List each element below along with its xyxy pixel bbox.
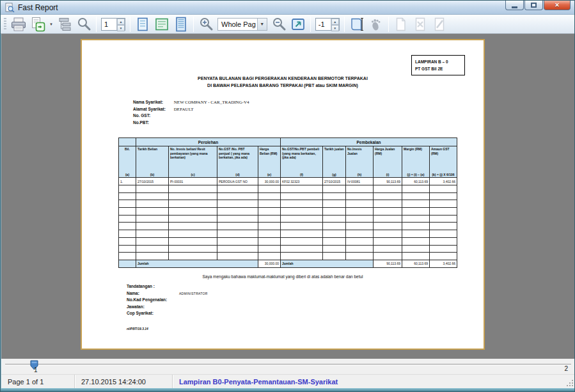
preview-area[interactable]: LAMPIRAN B – 0 PT GST Bil 2E PENYATA BUL…: [1, 34, 575, 359]
table-cell: [136, 245, 169, 253]
table-cell: [281, 215, 323, 223]
table-cell: [374, 208, 402, 216]
combo-dropdown-icon[interactable]: ▼: [257, 19, 267, 30]
table-cell: [374, 253, 402, 260]
table-cell: [258, 200, 281, 208]
statusbar: Page 1 of 1 27.10.2015 14:24:00 Lampiran…: [1, 374, 575, 388]
toolbar-separator: [388, 17, 389, 32]
zoom-mode-select[interactable]: Whole Pag ▼: [217, 18, 267, 31]
page-number-spinner[interactable]: 1 ▲ ▼: [101, 18, 125, 31]
nama-row: Nama:ADMINISTRATOR: [127, 290, 208, 297]
no-pbt-label: No.PBT:: [133, 120, 173, 127]
total-row: Jumlah 30,000.00 Jumlah 90,113.69 60,113…: [119, 260, 457, 267]
footprint-icon: [368, 17, 384, 32]
table-cell: [323, 253, 346, 260]
table-cell: [402, 215, 430, 223]
spinner-down-icon[interactable]: ▼: [117, 25, 125, 31]
continuous-view-button[interactable]: [171, 16, 191, 33]
slider-track[interactable]: [5, 364, 571, 365]
app-icon: [4, 3, 15, 13]
table-cell: [323, 245, 346, 253]
empty-row: [119, 253, 457, 260]
table-cell: [402, 237, 430, 245]
table-cell: [258, 230, 281, 238]
report-title: PENYATA BULANAN BAGI PERGERAKAN KENDERAA…: [82, 75, 484, 89]
table-cell: [136, 230, 169, 238]
table-cell: [169, 237, 217, 245]
table-cell: [136, 223, 169, 230]
offset-value[interactable]: -1: [316, 19, 331, 30]
empty-row: [119, 185, 457, 193]
whole-page-icon: [154, 17, 169, 32]
table-cell: 60,113.69: [402, 178, 430, 185]
whole-page-view-button[interactable]: [152, 16, 171, 33]
table-cell: [374, 223, 402, 230]
zoom-in-button[interactable]: [196, 16, 216, 33]
table-cell: [169, 192, 217, 200]
table-cell: [402, 230, 430, 238]
table-cell: [119, 185, 136, 193]
table-cell: [169, 245, 217, 253]
maximize-icon: [531, 3, 537, 8]
table-cell: [346, 192, 374, 200]
table-cell: [217, 215, 258, 223]
single-page-icon: [135, 17, 150, 32]
empty-row: [119, 192, 457, 200]
book-edit-button[interactable]: [347, 16, 366, 33]
export-button[interactable]: [28, 16, 47, 33]
spinner-down-icon[interactable]: ▼: [331, 25, 339, 31]
no-gst-label: No. GST:: [133, 113, 173, 120]
group-perolehan: Perolehan: [136, 138, 281, 146]
single-page-view-button[interactable]: [133, 16, 152, 33]
table-cell: [217, 208, 258, 216]
spinner-up-icon[interactable]: ▲: [331, 19, 339, 25]
table-cell: [169, 253, 217, 260]
footprint-button[interactable]: [366, 16, 386, 33]
table-cell: [169, 200, 217, 208]
close-button[interactable]: ✕: [544, 1, 571, 10]
page-slider: 1 2: [1, 359, 575, 374]
table-cell: PERODUA GST NO: [217, 178, 258, 185]
window-title: Fast Report: [18, 3, 58, 12]
minimize-button[interactable]: [505, 1, 524, 10]
declaration-text: Saya mengaku bahawa maklumat-maklumat ya…: [82, 274, 484, 279]
new-page-button: [391, 16, 411, 33]
outline-button[interactable]: [55, 16, 74, 33]
titlebar: Fast Report ✕: [1, 1, 574, 15]
report-page: LAMPIRAN B – 0 PT GST Bil 2E PENYATA BUL…: [81, 39, 485, 350]
print-icon: [10, 17, 27, 32]
table-cell: [374, 200, 402, 208]
table-cell: [119, 208, 136, 216]
print-button[interactable]: [9, 16, 28, 33]
outline-icon: [57, 17, 72, 32]
table-cell: [119, 200, 136, 208]
chevron-down-icon: ▾: [50, 22, 52, 27]
table-cell: [402, 253, 430, 260]
page-x-icon: [413, 17, 428, 32]
toolbar-grip[interactable]: [4, 18, 6, 31]
table-cell: [346, 208, 374, 216]
export-options-button[interactable]: ▾: [47, 16, 55, 33]
slider-end-label: 2: [564, 365, 568, 372]
table-cell: [346, 245, 374, 253]
alamat-syarikat-value: DEFAULT: [174, 107, 194, 112]
maximize-button[interactable]: [524, 1, 543, 10]
column-header-tarikh-jualan: Tarikh jualan(g): [323, 146, 346, 178]
window-bottom-frame: [1, 388, 575, 392]
find-button[interactable]: [74, 16, 93, 33]
signature-block: Tandatangan : Nama:ADMINISTRATOR No.Kad …: [127, 283, 208, 317]
preview-toolbar: ▾ 1 ▲ ▼: [1, 15, 574, 34]
table-cell: [281, 253, 323, 260]
offset-spinner[interactable]: -1 ▲ ▼: [315, 18, 340, 31]
field-row: No.PBT:: [133, 120, 249, 127]
delete-page-button: [411, 16, 430, 33]
zoom-out-button[interactable]: [269, 16, 288, 33]
table-cell: [136, 208, 169, 216]
table-cell: [281, 200, 323, 208]
toolbar-separator: [96, 17, 97, 32]
empty-row: [119, 245, 457, 253]
page-number-value[interactable]: 1: [102, 19, 116, 30]
fullscreen-button[interactable]: [288, 16, 308, 33]
spinner-up-icon[interactable]: ▲: [117, 19, 125, 25]
resize-grip[interactable]: [566, 379, 574, 387]
